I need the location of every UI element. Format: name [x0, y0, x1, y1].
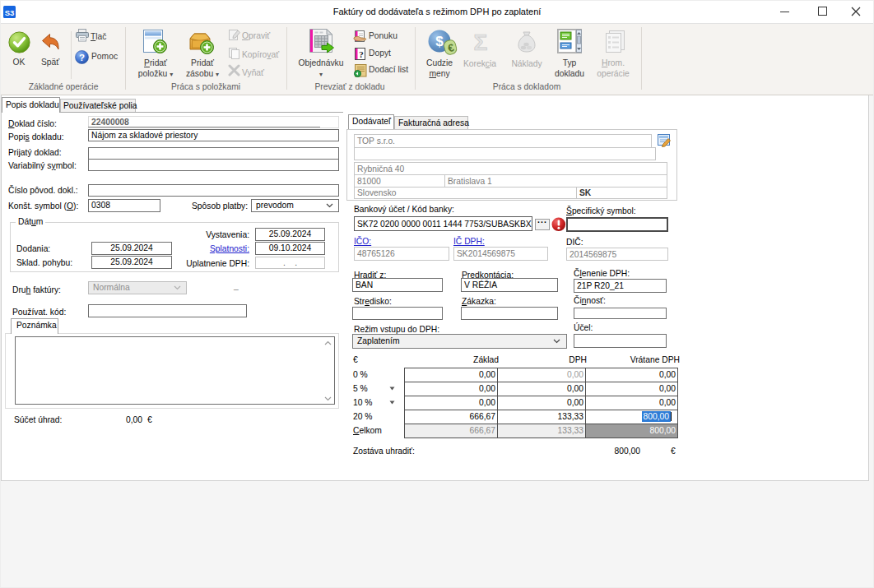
svg-text:$: $	[435, 34, 444, 49]
svg-text:?: ?	[359, 49, 364, 59]
svg-text:?: ?	[79, 53, 85, 63]
svg-text:Σ: Σ	[474, 30, 488, 53]
